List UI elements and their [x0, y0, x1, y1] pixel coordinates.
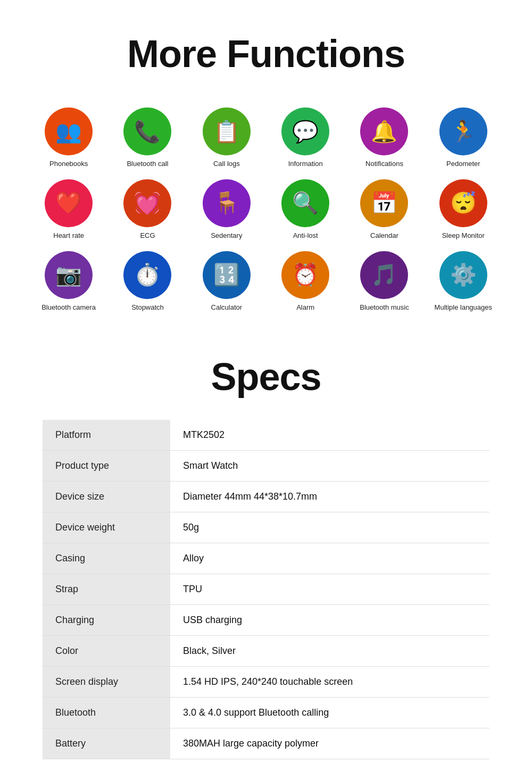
- spec-label-1: Product type: [43, 450, 170, 481]
- notifications-label: Notifications: [365, 160, 403, 169]
- call-logs-icon: 📋: [203, 107, 251, 155]
- anti-lost-icon: 🔍: [281, 179, 329, 227]
- calculator-label: Calculator: [211, 303, 243, 312]
- call-logs-label: Call logs: [213, 160, 240, 169]
- heart-rate-label: Heart rate: [53, 231, 84, 241]
- bluetooth-call-label: Bluetooth call: [127, 160, 168, 169]
- functions-grid: 👥Phonebooks📞Bluetooth call📋Call logs💬Inf…: [0, 97, 532, 334]
- calendar-icon: 📅: [360, 179, 408, 227]
- function-item-heart-rate: ❤️Heart rate: [45, 179, 93, 241]
- specs-row: StrapTPU: [43, 574, 489, 604]
- spec-value-4: Alloy: [170, 543, 489, 574]
- function-item-bluetooth-music: 🎵Bluetooth music: [360, 251, 409, 312]
- function-item-stopwatch: ⏱️Stopwatch: [123, 251, 171, 312]
- spec-label-5: Strap: [43, 574, 170, 604]
- page-title: More Functions: [0, 0, 532, 97]
- function-item-sleep-monitor: 😴Sleep Monitor: [439, 179, 487, 241]
- bluetooth-camera-label: Bluetooth camera: [41, 303, 96, 312]
- information-label: Information: [288, 160, 323, 169]
- spec-label-6: Charging: [43, 604, 170, 635]
- spec-value-5: TPU: [170, 574, 489, 604]
- pedometer-label: Pedometer: [446, 160, 480, 169]
- multiple-languages-label: Multiple languages: [435, 303, 492, 312]
- function-item-bluetooth-camera: 📷Bluetooth camera: [41, 251, 96, 312]
- function-item-phonebooks: 👥Phonebooks: [45, 107, 93, 169]
- sleep-monitor-icon: 😴: [439, 179, 487, 227]
- notifications-icon: 🔔: [360, 107, 408, 155]
- specs-row: PlatformMTK2502: [43, 420, 489, 451]
- bluetooth-music-icon: 🎵: [360, 251, 408, 299]
- spec-label-0: Platform: [43, 420, 170, 451]
- stopwatch-label: Stopwatch: [131, 303, 164, 312]
- sedentary-label: Sedentary: [211, 231, 242, 241]
- function-item-pedometer: 🏃Pedometer: [439, 107, 487, 169]
- ecg-icon: 💓: [123, 179, 171, 227]
- function-item-notifications: 🔔Notifications: [360, 107, 408, 169]
- function-item-calculator: 🔢Calculator: [203, 251, 251, 312]
- function-item-ecg: 💓ECG: [123, 179, 171, 241]
- alarm-icon: ⏰: [281, 251, 329, 299]
- calculator-icon: 🔢: [203, 251, 251, 299]
- spec-value-10: 380MAH large capacity polymer: [170, 728, 489, 759]
- spec-value-9: 3.0 & 4.0 support Bluetooth calling: [170, 697, 489, 728]
- spec-value-7: Black, Silver: [170, 635, 489, 666]
- specs-row: Device sizeDiameter 44mm 44*38*10.7mm: [43, 481, 489, 512]
- sedentary-icon: 🪑: [203, 179, 251, 227]
- specs-row: Device weight50g: [43, 512, 489, 543]
- function-item-bluetooth-call: 📞Bluetooth call: [123, 107, 171, 169]
- bluetooth-call-icon: 📞: [123, 107, 171, 155]
- specs-row: Product typeSmart Watch: [43, 450, 489, 481]
- function-item-alarm: ⏰Alarm: [281, 251, 329, 312]
- spec-label-8: Screen display: [43, 666, 170, 697]
- sleep-monitor-label: Sleep Monitor: [442, 231, 485, 241]
- spec-value-1: Smart Watch: [170, 450, 489, 481]
- specs-row: Screen display1.54 HD IPS, 240*240 touch…: [43, 666, 489, 697]
- information-icon: 💬: [281, 107, 329, 155]
- phonebooks-icon: 👥: [45, 107, 93, 155]
- spec-label-4: Casing: [43, 543, 170, 574]
- function-item-multiple-languages: ⚙️Multiple languages: [435, 251, 492, 312]
- specs-row: Battery380MAH large capacity polymer: [43, 728, 489, 759]
- bluetooth-camera-icon: 📷: [45, 251, 93, 299]
- alarm-label: Alarm: [296, 303, 314, 312]
- specs-title: Specs: [0, 334, 532, 420]
- spec-label-7: Color: [43, 635, 170, 666]
- specs-row: ChargingUSB charging: [43, 604, 489, 635]
- ecg-label: ECG: [140, 231, 155, 241]
- specs-row: Bluetooth3.0 & 4.0 support Bluetooth cal…: [43, 697, 489, 728]
- function-item-call-logs: 📋Call logs: [203, 107, 251, 169]
- spec-value-0: MTK2502: [170, 420, 489, 451]
- function-item-anti-lost: 🔍Anti-lost: [281, 179, 329, 241]
- calendar-label: Calendar: [370, 231, 398, 241]
- function-item-calendar: 📅Calendar: [360, 179, 408, 241]
- spec-value-8: 1.54 HD IPS, 240*240 touchable screen: [170, 666, 489, 697]
- multiple-languages-icon: ⚙️: [439, 251, 487, 299]
- spec-label-10: Battery: [43, 728, 170, 759]
- phonebooks-label: Phonebooks: [49, 160, 88, 169]
- spec-label-9: Bluetooth: [43, 697, 170, 728]
- specs-table: PlatformMTK2502Product typeSmart WatchDe…: [43, 420, 489, 759]
- spec-value-2: Diameter 44mm 44*38*10.7mm: [170, 481, 489, 512]
- spec-label-3: Device weight: [43, 512, 170, 543]
- stopwatch-icon: ⏱️: [123, 251, 171, 299]
- spec-value-6: USB charging: [170, 604, 489, 635]
- spec-label-2: Device size: [43, 481, 170, 512]
- specs-row: ColorBlack, Silver: [43, 635, 489, 666]
- bluetooth-music-label: Bluetooth music: [360, 303, 409, 312]
- specs-row: CasingAlloy: [43, 543, 489, 574]
- anti-lost-label: Anti-lost: [293, 231, 318, 241]
- pedometer-icon: 🏃: [439, 107, 487, 155]
- spec-value-3: 50g: [170, 512, 489, 543]
- function-item-information: 💬Information: [281, 107, 329, 169]
- heart-rate-icon: ❤️: [45, 179, 93, 227]
- function-item-sedentary: 🪑Sedentary: [203, 179, 251, 241]
